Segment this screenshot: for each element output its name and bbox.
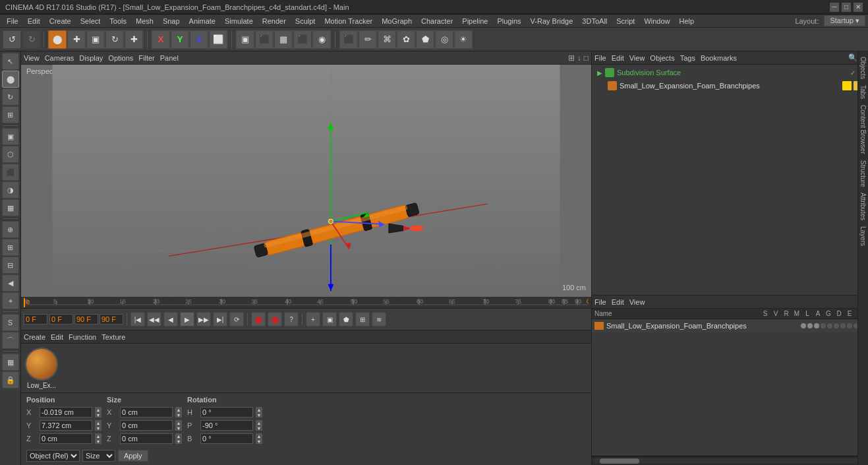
frame-start-input[interactable] xyxy=(49,314,73,325)
camera-btn[interactable]: ◎ xyxy=(435,30,453,49)
vp-ctrl-1[interactable]: ⊞ xyxy=(568,53,575,63)
y-axis-button[interactable]: Y xyxy=(171,30,189,49)
menu-help[interactable]: Help xyxy=(676,16,699,26)
mat-function-menu[interactable]: Function xyxy=(69,333,96,341)
obj-objects-menu[interactable]: Objects xyxy=(650,54,674,62)
scale-button[interactable]: ⊞ xyxy=(2,106,19,123)
dope-sheet-btn[interactable]: ⊞ xyxy=(355,312,370,326)
solid-mode-btn[interactable]: ⬛ xyxy=(2,164,19,181)
frame-max-input[interactable] xyxy=(100,314,123,325)
viewport-btn-4[interactable]: ⬛ xyxy=(293,30,312,49)
menu-select[interactable]: Select xyxy=(76,16,105,26)
attr-object-row[interactable]: Small_Low_Expansion_Foam_Branchpipes xyxy=(592,319,868,332)
obj-edit-menu[interactable]: Edit xyxy=(612,54,624,62)
menu-render[interactable]: Render xyxy=(258,16,290,26)
null-btn[interactable]: ⊕ xyxy=(2,221,19,238)
rot-p-spin[interactable]: ▲ ▼ xyxy=(256,420,262,431)
x-axis-button[interactable]: X xyxy=(152,30,170,49)
size-z-input[interactable] xyxy=(120,433,173,444)
snap-timeline-btn[interactable]: + xyxy=(306,312,320,326)
lock-btn[interactable]: 🔒 xyxy=(2,371,19,388)
menu-mograph[interactable]: MoGraph xyxy=(378,16,416,26)
wire-mode-btn[interactable]: ⬡ xyxy=(2,146,19,163)
deform-btn[interactable]: ⬟ xyxy=(416,30,434,49)
current-frame-input[interactable] xyxy=(24,314,47,325)
viewport-btn-3[interactable]: ▦ xyxy=(274,30,293,49)
paint-btn[interactable]: S xyxy=(2,314,19,331)
rot-h-down[interactable]: ▼ xyxy=(256,412,262,418)
go-to-start-button[interactable]: |◀ xyxy=(130,312,145,326)
pos-y-down[interactable]: ▼ xyxy=(95,425,101,431)
mesh-object-item[interactable]: Small_Low_Expansion_Foam_Branchpipes xyxy=(594,79,865,92)
size-x-input[interactable] xyxy=(120,407,173,418)
select-button[interactable]: ⬤ xyxy=(2,71,19,88)
size-x-spin[interactable]: ▲ ▼ xyxy=(175,407,182,418)
point-mode-button[interactable]: ✚ xyxy=(125,30,143,49)
phong-mode-btn[interactable]: ◑ xyxy=(2,181,19,199)
record-button[interactable]: ⬤ xyxy=(251,312,266,326)
align-btn[interactable]: ◀ xyxy=(2,274,19,292)
menu-3dtoall[interactable]: 3DToAll xyxy=(578,16,611,26)
bottom-scrollbar[interactable] xyxy=(592,456,868,465)
auto-key-btn[interactable]: ▣ xyxy=(322,312,337,326)
light-btn[interactable]: ☀ xyxy=(454,30,473,49)
menu-plugins[interactable]: Plugins xyxy=(493,16,525,26)
pos-y-input[interactable] xyxy=(40,420,92,431)
menu-edit[interactable]: Edit xyxy=(24,16,44,26)
z-axis-button[interactable]: Z xyxy=(190,30,208,49)
mat-edit-menu[interactable]: Edit xyxy=(51,333,63,341)
size-x-up[interactable]: ▲ xyxy=(175,407,182,412)
menu-file[interactable]: File xyxy=(3,16,22,26)
attr-view-menu[interactable]: View xyxy=(629,298,645,306)
rot-h-spin[interactable]: ▲ ▼ xyxy=(256,407,262,418)
spline-btn[interactable]: ⌘ xyxy=(378,30,396,49)
frame-end-input[interactable] xyxy=(74,314,98,325)
sculpt-btn[interactable]: ⌒ xyxy=(2,332,19,349)
group-btn[interactable]: ⊞ xyxy=(2,239,19,256)
menu-window[interactable]: Window xyxy=(640,16,674,26)
apply-button[interactable]: Apply xyxy=(118,450,148,462)
rtab-tabs[interactable]: Tabs xyxy=(858,82,868,102)
pos-z-down[interactable]: ▼ xyxy=(95,439,101,444)
subdivision-surface-item[interactable]: ▶ Subdivision Surface ✓ ✓ xyxy=(594,66,865,79)
record-query-button[interactable]: ? xyxy=(284,312,299,326)
viewport-btn-5[interactable]: ◉ xyxy=(312,30,331,49)
step-back-button[interactable]: ◀◀ xyxy=(147,312,161,326)
menu-motion-tracker[interactable]: Motion Tracker xyxy=(320,16,376,26)
animate-mode-button[interactable]: ↻ xyxy=(105,30,124,49)
size-y-up[interactable]: ▲ xyxy=(175,420,182,425)
pos-z-spin[interactable]: ▲ ▼ xyxy=(95,433,101,444)
layout-selector[interactable]: Startup ▾ xyxy=(824,15,865,26)
pos-x-spin[interactable]: ▲ ▼ xyxy=(95,407,101,418)
menu-snap[interactable]: Snap xyxy=(159,16,184,26)
menu-script[interactable]: Script xyxy=(612,16,639,26)
rtab-layers[interactable]: Layers xyxy=(858,224,868,249)
menu-simulate[interactable]: Simulate xyxy=(221,16,257,26)
viewport-btn-2[interactable]: ⬛ xyxy=(255,30,274,49)
menu-sculpt[interactable]: Sculpt xyxy=(291,16,320,26)
menu-vray[interactable]: V-Ray Bridge xyxy=(527,16,577,26)
pos-y-spin[interactable]: ▲ ▼ xyxy=(95,420,101,431)
model-mode-button[interactable]: ⬤ xyxy=(48,30,67,49)
play-back-button[interactable]: ◀ xyxy=(163,312,178,326)
rot-b-up[interactable]: ▲ xyxy=(256,433,262,439)
mat-create-menu[interactable]: Create xyxy=(24,333,45,341)
loop-button[interactable]: ⟳ xyxy=(229,312,244,326)
menu-tools[interactable]: Tools xyxy=(105,16,130,26)
rtab-objects[interactable]: Objects xyxy=(858,54,868,82)
menu-create[interactable]: Create xyxy=(45,16,75,26)
pos-y-up[interactable]: ▲ xyxy=(95,420,101,425)
curve-editor-btn[interactable]: ≋ xyxy=(372,312,386,326)
size-y-spin[interactable]: ▲ ▼ xyxy=(175,420,182,431)
rot-h-input[interactable] xyxy=(200,407,253,418)
menu-pipeline[interactable]: Pipeline xyxy=(458,16,492,26)
menu-character[interactable]: Character xyxy=(417,16,457,26)
vp-view-menu[interactable]: View xyxy=(24,54,40,62)
vp-filter-menu[interactable]: Filter xyxy=(138,54,154,62)
poly-btn[interactable]: ✿ xyxy=(397,30,415,49)
pos-z-input[interactable] xyxy=(40,433,92,444)
rot-p-up[interactable]: ▲ xyxy=(256,420,262,425)
coord-system-select[interactable]: Object (Rel) World xyxy=(26,450,80,462)
3d-viewport[interactable]: Perspective Grid Spacing : 100 cm xyxy=(21,65,591,297)
minimize-button[interactable]: ─ xyxy=(830,3,839,12)
